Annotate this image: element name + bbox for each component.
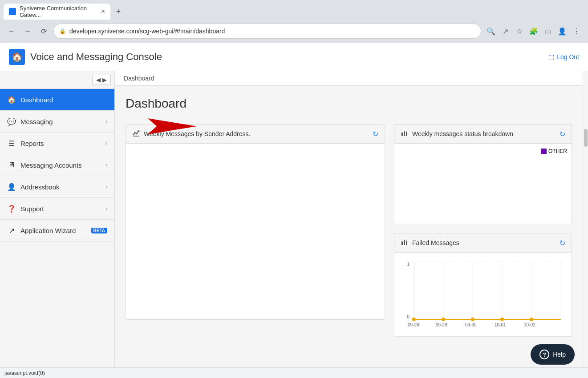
sidebar-item-support[interactable]: ❓ Support ‹	[0, 198, 114, 220]
url-text: developer.syniverse.com/scg-web-gui/#/ma…	[69, 28, 225, 35]
sidebar-label-application-wizard: Application Wizard	[20, 227, 87, 234]
beta-badge: BETA	[91, 228, 107, 233]
weekly-messages-refresh-icon[interactable]: ↻	[373, 130, 378, 138]
search-browser-icon[interactable]: 🔍	[485, 25, 497, 37]
weekly-status-body: OTHER	[394, 144, 572, 224]
left-column: Weekly Messages by Sender Address. ↻	[126, 124, 385, 337]
profile-icon[interactable]: 👤	[556, 25, 568, 37]
sidebar-item-dashboard[interactable]: 🏠 Dashboard	[0, 89, 114, 111]
messaging-icon: 💬	[7, 117, 16, 126]
tab-close-button[interactable]: ×	[101, 8, 105, 16]
weekly-status-card: Weekly messages status breakdown ↻ OTHER	[394, 124, 572, 224]
sidebar-label-messaging: Messaging	[20, 118, 101, 125]
scrollbar[interactable]	[583, 71, 588, 367]
addressbook-icon: 👤	[7, 182, 16, 191]
app-header: 🏠 Voice and Messaging Console ⬚ Log Out	[0, 43, 588, 71]
sidebar-item-application-wizard[interactable]: ↗ Application Wizard BETA	[0, 220, 114, 241]
app-title: Voice and Messaging Console	[30, 51, 548, 63]
svg-text:09-29: 09-29	[436, 322, 447, 327]
svg-text:09-28: 09-28	[408, 322, 419, 327]
breadcrumb-text: Dashboard	[124, 75, 154, 82]
dashboard-grid: Weekly Messages by Sender Address. ↻	[126, 124, 572, 337]
reports-arrow-icon: ‹	[105, 140, 107, 146]
svg-rect-4	[406, 132, 407, 136]
tab-bar: Syniverse Communication Gatew... × +	[0, 0, 588, 20]
content-area: Dashboard Dashboard	[115, 71, 583, 367]
browser-controls: ← → ⟳ 🔒 developer.syniverse.com/scg-web-…	[0, 20, 588, 43]
menu-icon[interactable]: ⋮	[570, 25, 583, 37]
sidebar-label-reports: Reports	[20, 140, 101, 147]
dashboard-icon: 🏠	[7, 95, 16, 104]
content-main: Dashboard	[115, 86, 583, 347]
app-container: 🏠 Voice and Messaging Console ⬚ Log Out …	[0, 43, 588, 367]
svg-point-19	[442, 318, 445, 321]
failed-messages-card: Failed Messages ↻ 1 0	[394, 233, 572, 337]
weekly-status-refresh-icon[interactable]: ↻	[560, 130, 565, 138]
active-tab[interactable]: Syniverse Communication Gatew... ×	[4, 4, 110, 20]
svg-rect-5	[401, 241, 403, 245]
scrollbar-thumb[interactable]	[584, 129, 588, 147]
sidebar-item-reports[interactable]: ☰ Reports ‹	[0, 133, 114, 154]
sidebar-label-messaging-accounts: Messaging Accounts	[20, 161, 101, 169]
reader-view-icon[interactable]: ▭	[542, 25, 554, 37]
forward-button[interactable]: →	[21, 25, 34, 37]
sidebar-item-messaging-accounts[interactable]: 🖥 Messaging Accounts ‹	[0, 154, 114, 176]
failed-messages-chart-icon	[401, 238, 409, 248]
addressbook-arrow-icon: ‹	[105, 184, 107, 190]
help-circle-icon: ?	[539, 350, 549, 359]
sidebar-label-support: Support	[20, 205, 101, 213]
messaging-accounts-icon: 🖥	[7, 161, 16, 169]
sidebar-toggle-button[interactable]: ◀ ▶	[92, 75, 111, 85]
other-legend-color	[541, 149, 547, 154]
status-legend: OTHER	[541, 148, 567, 154]
messaging-accounts-arrow-icon: ‹	[105, 162, 107, 168]
page-title: Dashboard	[126, 97, 572, 111]
sidebar-label-addressbook: Addressbook	[20, 183, 101, 191]
app-body: ◀ ▶ 🏠 Dashboard 💬 Messaging ‹ ☰ Reports	[0, 71, 588, 367]
lock-icon: 🔒	[59, 28, 66, 34]
support-arrow-icon: ‹	[105, 205, 107, 212]
address-bar[interactable]: 🔒 developer.syniverse.com/scg-web-gui/#/…	[53, 24, 481, 39]
bookmark-icon[interactable]: ☆	[513, 25, 526, 37]
sidebar: ◀ ▶ 🏠 Dashboard 💬 Messaging ‹ ☰ Reports	[0, 71, 115, 367]
help-button[interactable]: ? Help	[531, 344, 575, 365]
failed-messages-title: Failed Messages	[412, 239, 556, 246]
right-column: Weekly messages status breakdown ↻ OTHER	[394, 124, 572, 337]
back-button[interactable]: ←	[5, 25, 18, 37]
svg-text:09-30: 09-30	[465, 322, 477, 327]
browser-actions: 🔍 ↗ ☆ 🧩 ▭ 👤 ⋮	[485, 25, 583, 37]
svg-rect-3	[404, 131, 405, 136]
status-text: javascript:void(0)	[4, 370, 45, 376]
failed-messages-body: 1 0	[394, 253, 572, 336]
extensions-icon[interactable]: 🧩	[527, 25, 540, 37]
weekly-messages-card: Weekly Messages by Sender Address. ↻	[126, 124, 385, 320]
help-label: Help	[553, 351, 566, 358]
logout-label: Log Out	[557, 53, 579, 60]
svg-text:0: 0	[407, 314, 410, 319]
sidebar-item-addressbook[interactable]: 👤 Addressbook ‹	[0, 176, 114, 198]
share-icon[interactable]: ↗	[499, 25, 511, 37]
logout-button[interactable]: ⬚ Log Out	[548, 53, 579, 60]
breadcrumb: Dashboard	[115, 71, 583, 86]
weekly-messages-body	[126, 144, 385, 322]
logout-icon: ⬚	[548, 53, 554, 60]
sidebar-label-dashboard: Dashboard	[20, 96, 107, 104]
messaging-arrow-icon: ‹	[105, 118, 107, 125]
app-home-icon[interactable]: 🏠	[9, 49, 25, 65]
sidebar-item-messaging[interactable]: 💬 Messaging ‹	[0, 111, 114, 133]
new-tab-button[interactable]: +	[112, 5, 125, 18]
refresh-button[interactable]: ⟳	[37, 25, 50, 37]
svg-text:10-01: 10-01	[495, 322, 506, 327]
sidebar-toggle-area: ◀ ▶	[0, 71, 114, 89]
weekly-status-title: Weekly messages status breakdown	[412, 130, 556, 137]
svg-text:10-02: 10-02	[524, 322, 535, 327]
other-legend-label: OTHER	[548, 148, 567, 154]
failed-messages-refresh-icon[interactable]: ↻	[560, 239, 565, 247]
svg-rect-2	[401, 133, 403, 136]
tab-favicon	[9, 8, 16, 15]
failed-messages-header: Failed Messages ↻	[394, 233, 572, 253]
weekly-status-header: Weekly messages status breakdown ↻	[394, 125, 572, 144]
status-bar: javascript:void(0)	[0, 367, 588, 378]
svg-point-18	[412, 318, 416, 321]
svg-marker-0	[126, 118, 197, 134]
